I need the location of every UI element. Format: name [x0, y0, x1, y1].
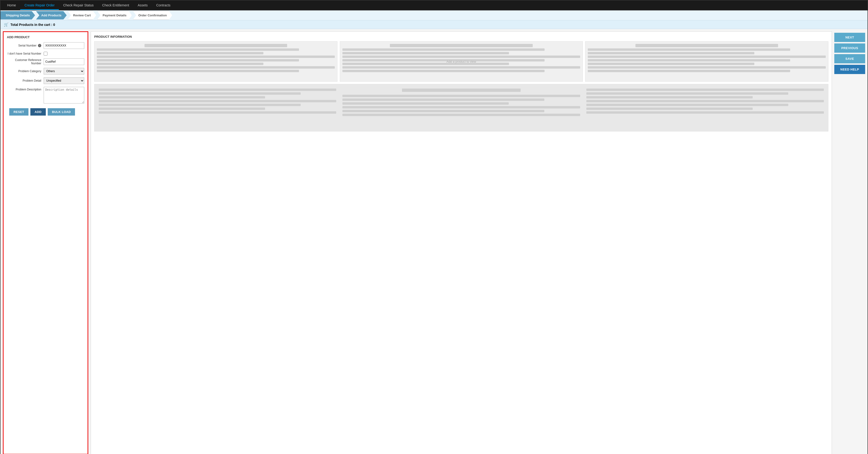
bulk-load-button[interactable]: BULK LOAD — [48, 108, 75, 116]
placeholder — [97, 70, 299, 72]
add-product-panel: ADD PRODUCT Serial Number i I don't have… — [3, 31, 88, 454]
placeholder — [588, 49, 790, 51]
placeholder — [342, 56, 580, 58]
cart-total: Total Products in the cart : 0 — [10, 23, 55, 27]
problem-detail-row: Problem Detail Unspecified Screen Batter… — [7, 78, 84, 84]
nav-assets[interactable]: Assets — [133, 0, 152, 10]
reset-button[interactable]: RESET — [9, 108, 29, 116]
step-shipping[interactable]: Shipping Details — [0, 11, 35, 20]
placeholder — [342, 59, 545, 61]
placeholder — [588, 63, 754, 65]
right-buttons-panel: NEXT PREVIOUS SAVE NEED HELP — [834, 31, 865, 454]
nav-check-repair[interactable]: Check Repair Status — [59, 0, 98, 10]
placeholder — [390, 44, 533, 47]
placeholder — [342, 49, 545, 51]
placeholder — [99, 111, 336, 114]
problem-category-label: Problem Category — [7, 69, 44, 73]
placeholder — [145, 44, 287, 47]
save-button[interactable]: SAVE — [834, 54, 865, 63]
placeholder — [99, 96, 265, 98]
info-icon[interactable]: i — [38, 44, 41, 47]
placeholder — [97, 63, 264, 65]
product-grid-bottom — [94, 84, 828, 131]
placeholder — [97, 59, 299, 61]
placeholder — [588, 56, 826, 58]
placeholder — [586, 92, 788, 95]
placeholder — [586, 89, 824, 91]
add-product-title: ADD PRODUCT — [7, 35, 84, 39]
cust-ref-label: Customer Reference Number — [7, 58, 44, 65]
add-product-message: Add a product to view — [446, 60, 476, 63]
placeholder — [342, 63, 509, 65]
serial-number-row: Serial Number i — [7, 42, 84, 49]
problem-desc-label: Problem Description — [7, 87, 44, 91]
add-button[interactable]: ADD — [30, 108, 46, 116]
product-info-title: PRODUCT INFORMATION — [94, 35, 828, 38]
product-grid-top: Add a product to view — [94, 41, 828, 82]
step-order-confirmation[interactable]: Order Confirmation — [133, 11, 172, 20]
need-help-button[interactable]: NEED HELP — [834, 65, 865, 74]
placeholder — [588, 52, 754, 54]
placeholder — [342, 98, 544, 101]
problem-category-row: Problem Category Others Hardware Softwar… — [7, 68, 84, 74]
no-serial-row: I don't have Serial Number — [7, 52, 84, 56]
cart-icon: 🛒 — [4, 22, 8, 27]
placeholder — [342, 110, 544, 112]
placeholder — [586, 111, 824, 114]
placeholder — [99, 92, 301, 95]
placeholder — [342, 95, 580, 97]
placeholder — [99, 89, 336, 91]
placeholder — [586, 104, 788, 106]
no-serial-checkbox[interactable] — [44, 52, 48, 56]
bottom-card-3 — [584, 87, 826, 129]
no-serial-label: I don't have Serial Number — [7, 52, 44, 55]
placeholder — [588, 70, 790, 72]
nav-check-entitlement[interactable]: Check Entitlement — [98, 0, 133, 10]
action-buttons: RESET ADD BULK LOAD — [7, 108, 84, 116]
placeholder — [99, 100, 336, 102]
placeholder — [588, 66, 826, 68]
serial-number-label: Serial Number i — [7, 44, 44, 48]
cart-bar: 🛒 Total Products in the cart : 0 — [0, 21, 868, 29]
placeholder — [402, 89, 521, 92]
page-wrapper: Home Create Repair Order Check Repair St… — [0, 0, 868, 454]
main-content: ADD PRODUCT Serial Number i I don't have… — [0, 29, 868, 454]
step-review-cart[interactable]: Review Cart — [68, 11, 96, 20]
problem-detail-label: Problem Detail — [7, 79, 44, 82]
placeholder — [99, 104, 301, 106]
nav-home[interactable]: Home — [3, 0, 20, 10]
product-card-1 — [94, 41, 337, 82]
placeholder — [586, 100, 824, 102]
placeholder — [586, 108, 753, 110]
placeholder — [97, 66, 335, 68]
cust-ref-row: Customer Reference Number — [7, 58, 84, 65]
placeholder — [97, 52, 264, 54]
placeholder — [342, 114, 580, 116]
product-card-2: Add a product to view — [340, 41, 583, 82]
serial-number-input[interactable] — [44, 42, 84, 49]
problem-desc-row: Problem Description — [7, 87, 84, 103]
placeholder — [588, 59, 790, 61]
step-add-products[interactable]: Add Products — [36, 11, 67, 20]
bottom-card-2 — [341, 87, 582, 129]
problem-category-select[interactable]: Others Hardware Software Network — [44, 68, 84, 74]
steps-bar: Shipping Details Add Products Review Car… — [0, 10, 868, 21]
placeholder — [636, 44, 778, 47]
placeholder — [342, 52, 509, 54]
placeholder — [586, 96, 753, 98]
placeholder — [97, 49, 299, 51]
step-payment[interactable]: Payment Details — [97, 11, 132, 20]
next-button[interactable]: NEXT — [834, 33, 865, 42]
top-nav: Home Create Repair Order Check Repair St… — [0, 0, 868, 10]
problem-detail-select[interactable]: Unspecified Screen Battery Keyboard — [44, 78, 84, 84]
nav-contracts[interactable]: Contracts — [152, 0, 175, 10]
cust-ref-input[interactable] — [44, 58, 84, 65]
placeholder — [342, 102, 509, 105]
nav-create-repair[interactable]: Create Repair Order — [20, 0, 59, 10]
problem-desc-textarea[interactable] — [44, 87, 84, 103]
placeholder — [97, 56, 335, 58]
previous-button[interactable]: PREVIOUS — [834, 43, 865, 53]
product-card-3 — [585, 41, 828, 82]
product-info-panel: PRODUCT INFORMATION — [91, 31, 832, 454]
bottom-card-1 — [97, 87, 338, 129]
